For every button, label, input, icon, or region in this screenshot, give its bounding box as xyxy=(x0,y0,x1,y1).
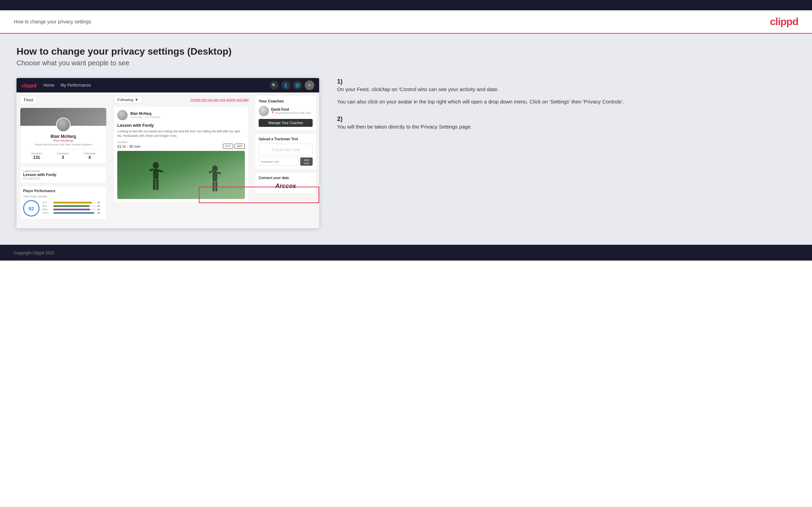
nav-icons: 🔍 👤 🌐 ▼ xyxy=(270,80,314,90)
trackman-input[interactable] xyxy=(259,157,299,166)
latest-activity-label: Latest Activity xyxy=(23,169,104,173)
coach-item: David Ford 📍 Royal North Devon Golf Club xyxy=(259,106,313,116)
content-area: clippd Home My Performance 🔍 👤 🌐 ▼ F xyxy=(17,78,795,228)
profile-banner xyxy=(20,108,106,126)
following-button[interactable]: Following ▼ xyxy=(113,96,142,103)
card-duration-value: 01 hr : 30 min OTT APP xyxy=(117,144,245,149)
search-icon[interactable]: 🔍 xyxy=(270,81,279,90)
bar-row: OTT90 xyxy=(42,201,104,204)
bar-track xyxy=(53,205,96,207)
page-footer: Copyright Clippd 2022 xyxy=(0,245,812,261)
stat-following-value: 4 xyxy=(84,155,95,160)
profile-tag: Plus Handicap xyxy=(24,139,103,142)
trackman-placeholder: Trackman Link xyxy=(259,144,313,155)
add-link-button[interactable]: Add Link xyxy=(300,157,313,166)
feed-card: Blair McHarg Yesterday · Sunningdale Les… xyxy=(113,106,249,203)
copyright: Copyright Clippd 2022 xyxy=(14,251,55,255)
perf-row: 92 OTT90APP85ARG86PUTT96 xyxy=(23,200,104,217)
header-title: How to change your privacy settings xyxy=(14,19,91,24)
latest-activity-value: Lesson with Fordy xyxy=(23,173,104,177)
coach-name: David Ford xyxy=(271,108,311,111)
connect-card: Connect your data Arccos xyxy=(255,172,316,194)
privacy-control-link[interactable]: Control who can see your activity and da… xyxy=(190,98,249,101)
step-1: 1) On your Feed, click/tap on 'Control w… xyxy=(337,78,795,106)
bar-label: ARG xyxy=(42,208,52,211)
stat-followers: Followers 3 xyxy=(57,152,69,160)
golfer-silhouette-1 xyxy=(145,161,166,199)
right-arrow: → xyxy=(318,191,319,200)
profile-stats: Activities 131 Followers 3 Following 4 xyxy=(24,149,103,160)
bar-track xyxy=(53,209,96,210)
feed-header: Following ▼ Control who can see your act… xyxy=(113,96,249,103)
step-2-num: 2) xyxy=(337,115,343,122)
stat-following-label: Following xyxy=(84,152,95,155)
svg-rect-2 xyxy=(149,168,153,172)
user-icon[interactable]: 👤 xyxy=(281,81,290,90)
feed-tab[interactable]: Feed xyxy=(20,96,37,104)
svg-rect-7 xyxy=(213,172,217,181)
bar-value: 90 xyxy=(97,201,104,204)
arccos-logo: Arccos xyxy=(259,183,313,190)
bar-fill xyxy=(53,205,89,207)
card-meta: Yesterday · Sunningdale xyxy=(130,115,160,119)
app-nav: clippd Home My Performance 🔍 👤 🌐 ▼ xyxy=(17,78,319,92)
card-avatar xyxy=(117,110,128,120)
bar-label: APP xyxy=(42,205,52,207)
player-performance-title: Player Performance xyxy=(23,189,104,193)
golfer-silhouette-2 xyxy=(206,165,225,199)
latest-activity: Latest Activity Lesson with Fordy 03 Aug… xyxy=(20,166,107,183)
svg-rect-11 xyxy=(215,181,217,191)
bar-track xyxy=(53,202,96,203)
trackman-card: Upload a Trackman Test Trackman Link Add… xyxy=(255,133,316,169)
coaches-title: Your Coaches xyxy=(259,99,313,103)
step-2: 2) You will then be taken directly to th… xyxy=(337,115,795,131)
nav-items: Home My Performance xyxy=(43,83,270,88)
svg-point-0 xyxy=(153,162,159,169)
logo: clippd xyxy=(770,16,798,27)
step-1-num: 1) xyxy=(337,78,343,85)
card-description: Looking to feel like my hands are exitin… xyxy=(117,129,245,138)
card-title: Lesson with Fordy xyxy=(117,123,245,128)
card-user-info: Blair McHarg Yesterday · Sunningdale xyxy=(130,112,160,119)
connect-title: Connect your data xyxy=(259,176,313,180)
app-mockup: clippd Home My Performance 🔍 👤 🌐 ▼ F xyxy=(17,78,319,228)
svg-rect-10 xyxy=(213,181,215,191)
coach-avatar xyxy=(259,106,269,116)
coaches-card: Your Coaches David Ford 📍 Royal North De… xyxy=(255,95,316,131)
nav-item-home[interactable]: Home xyxy=(43,83,54,88)
bar-track xyxy=(53,212,96,214)
stat-followers-label: Followers xyxy=(57,152,69,155)
profile-club: Royal North Devon Golf Club, United King… xyxy=(24,143,103,146)
top-bar xyxy=(0,0,812,10)
trackman-title: Upload a Trackman Test xyxy=(259,137,313,141)
main-feed: Following ▼ Control who can see your act… xyxy=(110,92,252,228)
bar-row: APP85 xyxy=(42,205,104,207)
bar-fill xyxy=(53,212,94,214)
player-performance: Player Performance Total Player Quality … xyxy=(20,186,107,220)
instructions-panel: 1) On your Feed, click/tap on 'Control w… xyxy=(332,78,795,131)
card-username: Blair McHarg xyxy=(130,112,160,115)
stat-activities: Activities 131 xyxy=(31,152,42,160)
app-body: Feed Blair McHarg Plus Handicap Royal No… xyxy=(17,92,319,228)
globe-icon[interactable]: 🌐 xyxy=(293,81,302,90)
avatar xyxy=(56,118,71,132)
quality-bars: OTT90APP85ARG86PUTT96 xyxy=(42,201,104,215)
total-player-quality-label: Total Player Quality xyxy=(23,195,104,198)
coach-info: David Ford 📍 Royal North Devon Golf Club xyxy=(271,108,311,114)
page-heading: How to change your privacy settings (Des… xyxy=(17,46,795,57)
card-user-row: Blair McHarg Yesterday · Sunningdale xyxy=(117,110,245,120)
tag-app: APP xyxy=(235,144,245,149)
bar-label: OTT xyxy=(42,201,52,204)
bar-value: 86 xyxy=(97,208,104,211)
bar-fill xyxy=(53,202,92,203)
profile-name: Blair McHarg xyxy=(24,134,103,139)
avatar-nav[interactable]: ▼ xyxy=(305,80,314,90)
bar-value: 96 xyxy=(97,212,104,214)
bar-fill xyxy=(53,209,90,210)
svg-rect-4 xyxy=(153,179,155,190)
stat-activities-value: 131 xyxy=(31,155,42,160)
bar-label: PUTT xyxy=(42,212,52,214)
nav-item-performance[interactable]: My Performance xyxy=(61,83,91,88)
card-image xyxy=(117,151,245,199)
manage-coaches-button[interactable]: Manage Your Coaches xyxy=(259,119,313,127)
